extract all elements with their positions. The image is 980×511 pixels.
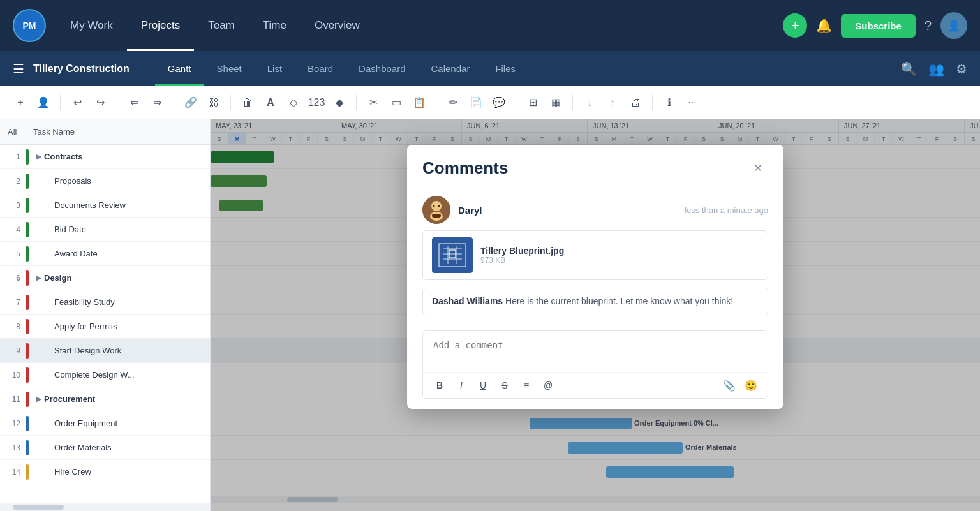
- tab-list[interactable]: List: [255, 51, 295, 86]
- indent-right-button[interactable]: ⇒: [147, 93, 167, 113]
- format-italic-button[interactable]: I: [452, 376, 470, 394]
- attach-file-button[interactable]: 📎: [720, 376, 738, 394]
- task-number: 11: [8, 395, 26, 404]
- hamburger-icon[interactable]: ☰: [13, 61, 24, 77]
- task-color-indicator: [26, 367, 29, 383]
- collapse-icon: [34, 322, 44, 332]
- scrollbar-thumb[interactable]: [13, 505, 64, 510]
- format-list-button[interactable]: ≡: [517, 376, 535, 394]
- indent-left-button[interactable]: ⇐: [124, 93, 144, 113]
- tab-sheet[interactable]: Sheet: [204, 51, 255, 86]
- comment-avatar: [422, 196, 450, 224]
- nav-item-projects[interactable]: Projects: [127, 0, 194, 51]
- task-row[interactable]: 1 ▶ Contracts: [0, 145, 210, 169]
- task-row[interactable]: 5 Award Date: [0, 242, 210, 266]
- tab-gantt[interactable]: Gantt: [155, 51, 204, 86]
- nav-item-overview[interactable]: Overview: [301, 0, 374, 51]
- grid-button[interactable]: ⊞: [523, 93, 543, 113]
- search-icon[interactable]: 🔍: [901, 61, 917, 77]
- project-title: Tillery Construction: [33, 63, 130, 75]
- table-button[interactable]: ▦: [546, 93, 566, 113]
- help-button[interactable]: ?: [924, 19, 932, 33]
- tab-dashboard[interactable]: Dashboard: [346, 51, 418, 86]
- emoji-button[interactable]: 🙂: [742, 376, 760, 394]
- attachment-box[interactable]: Tillery Blueprint.jpg 973 KB: [422, 230, 768, 280]
- add-button[interactable]: +: [783, 13, 807, 38]
- toolbar-separator: [230, 95, 231, 110]
- unlink-button[interactable]: ⛓: [204, 93, 224, 113]
- notifications-icon[interactable]: 🔔: [816, 18, 832, 33]
- fill-button[interactable]: ◇: [283, 93, 304, 113]
- delete-button[interactable]: 🗑: [237, 93, 258, 113]
- modal-close-button[interactable]: ×: [748, 158, 768, 178]
- copy-button[interactable]: ▭: [386, 93, 406, 113]
- collapse-icon[interactable]: ▶: [34, 394, 44, 404]
- task-row[interactable]: 9 Start Design Work: [0, 339, 210, 363]
- user-avatar[interactable]: 👤: [940, 12, 967, 39]
- export-button[interactable]: ↑: [602, 93, 623, 113]
- share-icon[interactable]: 👥: [928, 61, 944, 77]
- comment-button[interactable]: 💬: [489, 93, 509, 113]
- cut-button[interactable]: ✂: [363, 93, 383, 113]
- numbers-button[interactable]: 123: [306, 93, 327, 113]
- task-name: Start Design Work: [44, 346, 202, 355]
- collapse-icon[interactable]: ▶: [34, 152, 44, 162]
- format-bold-button[interactable]: B: [431, 376, 449, 394]
- task-row[interactable]: 14 Hire Crew: [0, 460, 210, 484]
- nav-items: My Work Projects Team Time Overview: [56, 0, 783, 51]
- attachment-info: Tillery Blueprint.jpg 973 KB: [480, 246, 564, 265]
- horizontal-scrollbar[interactable]: [0, 503, 210, 511]
- task-row[interactable]: 11 ▶ Procurement: [0, 387, 210, 411]
- task-name: Order Materials: [44, 443, 202, 452]
- more-button[interactable]: ···: [682, 93, 702, 113]
- task-row[interactable]: 4 Bid Date: [0, 218, 210, 242]
- task-row[interactable]: 8 Apply for Permits: [0, 315, 210, 339]
- add-task-button[interactable]: ＋: [10, 93, 31, 113]
- task-row[interactable]: 12 Order Equipment: [0, 411, 210, 436]
- subscribe-button[interactable]: Subscribe: [841, 14, 916, 38]
- settings-icon[interactable]: ⚙: [956, 61, 967, 77]
- modal-title: Comments: [422, 158, 508, 178]
- undo-button[interactable]: ↩: [67, 93, 87, 113]
- import-button[interactable]: ↓: [579, 93, 600, 113]
- tab-board[interactable]: Board: [295, 51, 346, 86]
- task-number: 3: [8, 201, 26, 210]
- task-row[interactable]: 7 Feasibility Study: [0, 290, 210, 315]
- collapse-icon[interactable]: ▶: [34, 273, 44, 283]
- diamond-button[interactable]: ◆: [329, 93, 350, 113]
- nav-item-time[interactable]: Time: [249, 0, 301, 51]
- task-row[interactable]: 10 Complete Design W...: [0, 363, 210, 387]
- notes-button[interactable]: 📄: [466, 93, 486, 113]
- gantt-panel: MAY, 23 '21 S M T W T F S MAY, 30 '21 S: [211, 119, 980, 511]
- redo-button[interactable]: ↪: [90, 93, 110, 113]
- comment-input[interactable]: [423, 331, 768, 369]
- format-underline-button[interactable]: U: [474, 376, 492, 394]
- comment-input-area: B I U S ≡ @ 📎 🙂: [422, 330, 768, 399]
- task-color-indicator: [26, 222, 29, 237]
- collapse-icon: [34, 418, 44, 429]
- edit-button[interactable]: ✏: [443, 93, 463, 113]
- task-name: Award Date: [44, 249, 202, 258]
- modal-overlay[interactable]: Comments ×: [211, 119, 980, 511]
- nav-item-my-work[interactable]: My Work: [56, 0, 127, 51]
- tab-calendar[interactable]: Calendar: [419, 51, 483, 86]
- task-row[interactable]: 2 Proposals: [0, 169, 210, 193]
- task-row[interactable]: 13 Order Materials: [0, 436, 210, 460]
- comment-mention: Dashad Williams: [432, 296, 503, 306]
- toolbar: ＋ 👤 ↩ ↪ ⇐ ⇒ 🔗 ⛓ 🗑 A ◇ 123 ◆ ✂ ▭ 📋 ✏ 📄 💬 …: [0, 86, 980, 119]
- format-mention-button[interactable]: @: [539, 376, 557, 394]
- text-button[interactable]: A: [260, 93, 281, 113]
- task-row[interactable]: 3 Documents Review: [0, 193, 210, 218]
- task-color-indicator: [26, 343, 29, 359]
- task-name: Procurement: [44, 394, 202, 404]
- task-row[interactable]: 6 ▶ Design: [0, 266, 210, 290]
- format-strikethrough-button[interactable]: S: [496, 376, 514, 394]
- app-logo[interactable]: PM: [13, 9, 46, 42]
- link-button[interactable]: 🔗: [181, 93, 201, 113]
- tab-files[interactable]: Files: [482, 51, 528, 86]
- paste-button[interactable]: 📋: [409, 93, 429, 113]
- add-user-button[interactable]: 👤: [33, 93, 54, 113]
- info-button[interactable]: ℹ: [659, 93, 679, 113]
- print-button[interactable]: 🖨: [625, 93, 646, 113]
- nav-item-team[interactable]: Team: [194, 0, 249, 51]
